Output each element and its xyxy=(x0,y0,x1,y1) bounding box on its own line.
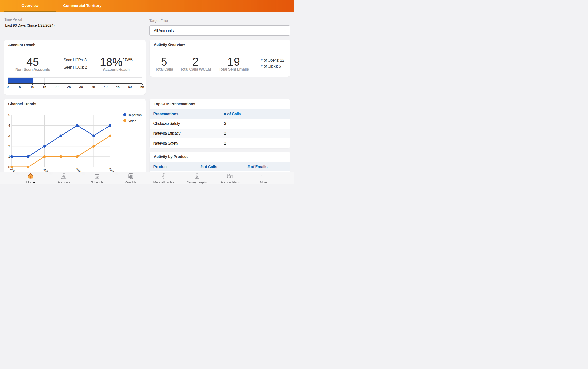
svg-text:In-person: In-person xyxy=(128,113,142,117)
svg-text:0: 0 xyxy=(8,165,10,169)
svg-text:4: 4 xyxy=(8,123,10,127)
svg-text:Video: Video xyxy=(128,119,136,123)
svg-text:2: 2 xyxy=(8,144,10,148)
svg-text:5: 5 xyxy=(8,113,10,117)
svg-text:3: 3 xyxy=(8,134,10,138)
svg-text:1: 1 xyxy=(8,155,10,158)
